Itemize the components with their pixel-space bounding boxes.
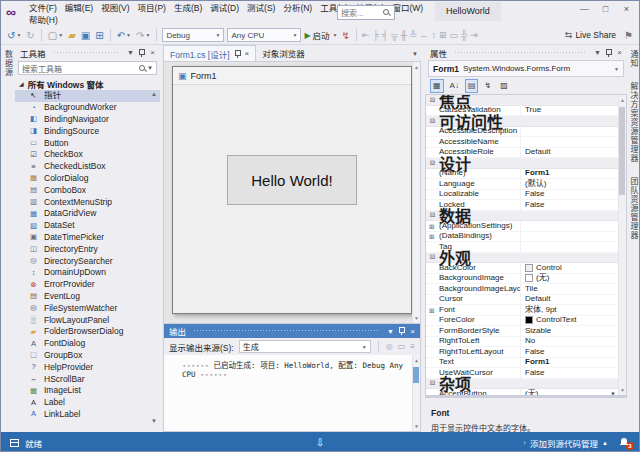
property-row[interactable]: LocalizableFalse (426, 190, 618, 201)
panel-drag-handle[interactable] (454, 51, 586, 55)
tab-object-browser[interactable]: 对象浏览器 (256, 45, 311, 61)
start-debugging-button[interactable]: ▶ 启动▼ (304, 29, 337, 41)
maximize-button[interactable]: □ (595, 2, 616, 17)
designed-form[interactable]: ▣ Form1 Hello World! (172, 66, 412, 314)
toolbox-item[interactable]: ▢GroupBox (15, 350, 160, 362)
toolbox-item[interactable]: ▣DateTimePicker (15, 232, 160, 244)
close-icon[interactable]: × (148, 48, 157, 57)
scroll-down-icon[interactable]: ▼ (151, 418, 157, 424)
property-value[interactable]: (无) (521, 389, 618, 396)
toolbox-item[interactable]: ▰FolderBrowserDialog (15, 326, 160, 338)
nav-forward-icon[interactable]: ↻ (25, 29, 35, 42)
close-tab-icon[interactable]: × (245, 49, 250, 58)
toolbox-item[interactable]: ▧DataSet (15, 220, 160, 232)
scroll-up-icon[interactable]: ▲ (415, 357, 418, 363)
scroll-up-icon[interactable]: ▲ (620, 97, 625, 103)
align-centers-icon[interactable]: ╞ (372, 30, 378, 40)
property-row[interactable]: BackColorControl (426, 263, 618, 274)
property-pages-icon[interactable]: ▨ (497, 79, 511, 93)
new-window-icon[interactable]: ▢▼ (47, 29, 64, 42)
align-middles-icon[interactable]: ╫ (401, 30, 407, 40)
same-height-icon[interactable]: ↕ (431, 30, 436, 40)
property-category-row[interactable]: ⊟数据 (426, 211, 618, 222)
save-all-icon[interactable]: ⊞ (94, 29, 104, 42)
menu-item[interactable]: 视图(V) (97, 2, 133, 14)
property-value[interactable]: True (521, 105, 618, 115)
property-value[interactable]: Sizable (521, 326, 618, 336)
toolbox-item[interactable]: ◧BindingNavigator (15, 114, 160, 126)
toolbox-item[interactable]: ◎DirectorySearcher (15, 255, 160, 267)
toolbox-item[interactable]: ◫DirectoryEntry (15, 243, 160, 255)
scroll-down-icon[interactable]: ▼ (620, 387, 625, 393)
toolbox-item[interactable]: ▦DataGridView (15, 208, 160, 220)
find-icon[interactable]: ◎ (386, 342, 393, 351)
solution-configuration-select[interactable]: Debug▼ (162, 28, 224, 42)
toolbox-item[interactable]: ☑CheckBox (15, 149, 160, 161)
tab-form1-designer[interactable]: Form1.cs [设计] × (163, 45, 256, 61)
property-value[interactable]: Form1 (521, 168, 618, 178)
toolbox-group-header[interactable]: ◢ 所有 Windows 窗体 (15, 77, 160, 90)
events-icon[interactable]: ↯ (481, 79, 494, 93)
panel-drag-handle[interactable] (193, 329, 379, 333)
designer-scrollbar[interactable]: ▲ ▼ (412, 62, 420, 323)
window-position-icon[interactable]: ▼ (386, 328, 395, 335)
save-icon[interactable]: ▣ (80, 29, 91, 42)
scroll-up-icon[interactable]: ▲ (151, 91, 157, 97)
menu-item[interactable]: 文件(F) (25, 2, 61, 14)
hello-world-label[interactable]: Hello World! (227, 155, 357, 205)
toolbox-item[interactable]: ▤ComboBox (15, 184, 160, 196)
collapse-icon[interactable]: ⊟ (426, 96, 439, 104)
menu-item[interactable]: 帮助(H) (25, 14, 62, 26)
pin-tab-icon[interactable] (234, 49, 241, 59)
property-row[interactable]: Font⊞宋体, 9pt (426, 305, 618, 316)
property-row[interactable]: RightToLeftNo (426, 337, 618, 348)
property-row[interactable]: (DataBindings)⊞ (426, 232, 618, 243)
solution-platform-select[interactable]: Any CPU▼ (227, 28, 301, 42)
pin-icon[interactable] (398, 326, 405, 336)
property-category-row[interactable]: ⊟可访问性 (426, 116, 618, 127)
redo-icon[interactable]: ↷▼ (135, 29, 151, 42)
toolbox-item[interactable]: ▥ContextMenuStrip (15, 196, 160, 208)
property-value[interactable]: No (521, 336, 618, 346)
output-log[interactable]: ------ 已启动生成: 项目: HelloWorld, 配置: Debug … (164, 355, 420, 431)
property-row[interactable]: (Name)Form1 (426, 169, 618, 180)
property-category-row[interactable]: ⊟杂项 (426, 379, 618, 390)
toolbox-item[interactable]: ⊗ErrorProvider (15, 279, 160, 291)
menu-item[interactable]: 项目(P) (134, 2, 170, 14)
property-value[interactable]: Default (521, 294, 618, 304)
toolbox-item[interactable]: ◨BindingSource (15, 125, 160, 137)
minimize-button[interactable]: — (574, 2, 595, 17)
categorized-icon[interactable]: ▦ (430, 79, 444, 93)
scroll-down-icon[interactable]: ▼ (414, 315, 419, 321)
toolbox-item[interactable]: ◔BackgroundWorker (15, 102, 160, 114)
scroll-up-icon[interactable]: ▲ (414, 64, 419, 70)
undo-icon[interactable]: ↶▼ (116, 29, 132, 42)
send-feedback-icon[interactable]: ⚑ (623, 29, 634, 42)
menu-item[interactable]: 测试(S) (243, 2, 279, 14)
autohide-tab[interactable]: 解决方案资源管理器 (628, 82, 638, 163)
property-value[interactable]: Tile (521, 284, 618, 294)
form-client-area[interactable]: Hello World! (173, 85, 411, 313)
toolbox-item[interactable]: ≡CheckedListBox (15, 161, 160, 173)
panel-drag-handle[interactable] (53, 51, 119, 55)
attach-process-icon[interactable]: ↯ (341, 29, 351, 42)
property-value[interactable]: (无) (521, 273, 618, 283)
autohide-tab[interactable]: 数据源 (3, 50, 13, 77)
same-width-icon[interactable]: ↔ (419, 30, 428, 40)
expand-icon[interactable]: ⊞ (429, 232, 434, 241)
scrollbar-thumb[interactable] (619, 107, 625, 195)
property-row[interactable]: RightToLeftLayoutFalse (426, 347, 618, 358)
property-category-row[interactable]: ⊟设计 (426, 158, 618, 169)
property-row[interactable]: ForeColorControlText (426, 316, 618, 327)
toolbox-item[interactable]: ALinkLabel (15, 409, 160, 421)
property-value[interactable]: False (521, 368, 618, 378)
property-row[interactable]: BackgroundImageLayoutTile (426, 284, 618, 295)
toolbox-item[interactable]: ▒FlowLayoutPanel (15, 314, 160, 326)
property-value[interactable]: 宋体, 9pt (521, 305, 618, 315)
toolbox-item[interactable]: ↖指针 (15, 90, 160, 102)
property-category-row[interactable]: ⊟焦点 (426, 95, 618, 106)
tab-order-icon[interactable]: ⇥ (470, 30, 478, 40)
same-size-icon[interactable]: ⊞ (439, 30, 447, 40)
word-wrap-icon[interactable]: ≡ (410, 342, 415, 351)
menu-item[interactable]: 调试(D) (206, 2, 243, 14)
